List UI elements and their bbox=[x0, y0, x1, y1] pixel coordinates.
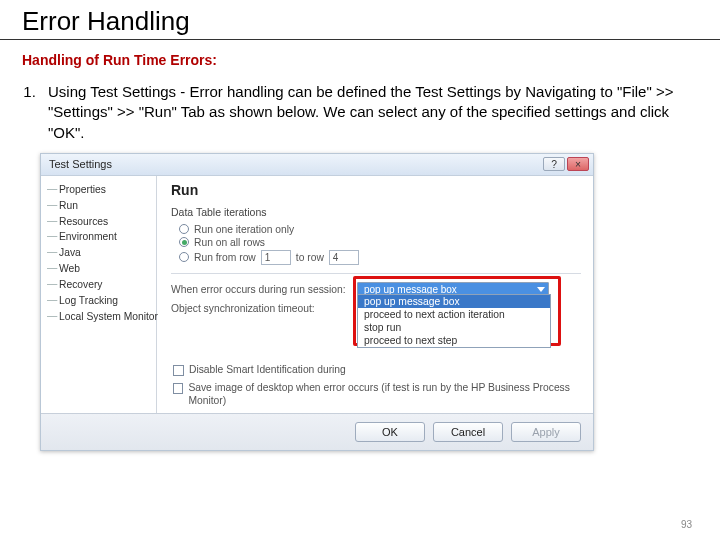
option-stop[interactable]: stop run bbox=[358, 321, 550, 334]
apply-button[interactable]: Apply bbox=[511, 422, 581, 442]
radio-one-iteration[interactable]: Run one iteration only bbox=[179, 224, 581, 235]
button-bar: OK Cancel Apply bbox=[41, 413, 593, 450]
option-next-iteration[interactable]: proceed to next action iteration bbox=[358, 308, 550, 321]
help-icon[interactable]: ? bbox=[543, 157, 565, 171]
option-next-step[interactable]: proceed to next step bbox=[358, 334, 550, 347]
radio-icon bbox=[179, 237, 189, 247]
body-text: Using Test Settings - Error handling can… bbox=[0, 82, 720, 143]
tree-item-web[interactable]: Web bbox=[45, 261, 152, 277]
test-settings-dialog: Test Settings ? × Properties Run Resourc… bbox=[40, 153, 594, 452]
dropdown-list[interactable]: pop up message box proceed to next actio… bbox=[357, 294, 551, 348]
ok-button[interactable]: OK bbox=[355, 422, 425, 442]
cancel-button[interactable]: Cancel bbox=[433, 422, 503, 442]
run-panel: Run Data Table iterations Run one iterat… bbox=[157, 176, 593, 414]
radio-icon bbox=[179, 252, 189, 262]
body-list-item: Using Test Settings - Error handling can… bbox=[40, 82, 690, 143]
tree-item-logtracking[interactable]: Log Tracking bbox=[45, 293, 152, 309]
panel-heading: Run bbox=[171, 182, 581, 198]
checkbox-icon[interactable] bbox=[173, 365, 184, 376]
tree-item-java[interactable]: Java bbox=[45, 245, 152, 261]
chevron-down-icon bbox=[537, 287, 545, 292]
radio-label: Run one iteration only bbox=[194, 224, 294, 235]
divider bbox=[171, 273, 581, 274]
slide-title: Error Handling bbox=[0, 0, 720, 40]
to-row-label: to row bbox=[296, 252, 324, 263]
tree-item-environment[interactable]: Environment bbox=[45, 229, 152, 245]
to-row-input[interactable]: 4 bbox=[329, 250, 359, 265]
radio-all-rows[interactable]: Run on all rows bbox=[179, 237, 581, 248]
radio-from-row[interactable]: Run from row 1 to row 4 bbox=[179, 250, 581, 265]
iterations-label: Data Table iterations bbox=[171, 206, 581, 218]
error-action-label: When error occurs during run session: bbox=[171, 284, 357, 295]
disable-smart-id-label: Disable Smart Identification during bbox=[189, 364, 346, 375]
radio-label: Run on all rows bbox=[194, 237, 265, 248]
tree-item-recovery[interactable]: Recovery bbox=[45, 277, 152, 293]
checkbox-icon[interactable] bbox=[173, 383, 183, 394]
section-heading: Handling of Run Time Errors: bbox=[0, 52, 720, 68]
tree-item-run[interactable]: Run bbox=[45, 198, 152, 214]
radio-icon bbox=[179, 224, 189, 234]
radio-label: Run from row bbox=[194, 252, 256, 263]
tree-item-resources[interactable]: Resources bbox=[45, 214, 152, 230]
save-desktop-image-label: Save image of desktop when error occurs … bbox=[188, 382, 581, 408]
titlebar: Test Settings ? × bbox=[41, 154, 593, 176]
page-number: 93 bbox=[681, 519, 692, 530]
dialog-title: Test Settings bbox=[49, 158, 112, 170]
tree-item-properties[interactable]: Properties bbox=[45, 182, 152, 198]
close-icon[interactable]: × bbox=[567, 157, 589, 171]
nav-tree[interactable]: Properties Run Resources Environment Jav… bbox=[41, 176, 157, 414]
option-popup[interactable]: pop up message box bbox=[358, 295, 550, 308]
tree-item-localsysmon[interactable]: Local System Monitor bbox=[45, 309, 152, 325]
from-row-input[interactable]: 1 bbox=[261, 250, 291, 265]
sync-timeout-label: Object synchronization timeout: bbox=[171, 303, 357, 314]
